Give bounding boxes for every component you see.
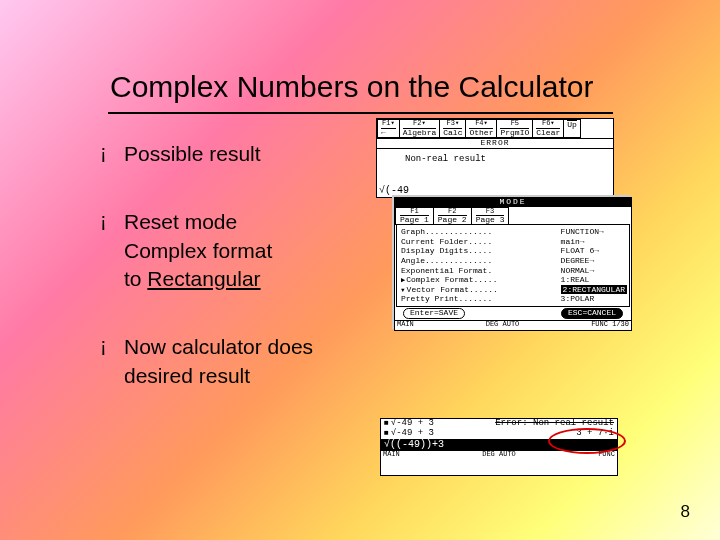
- bullet-marker-icon: ¡: [100, 333, 124, 357]
- error-message: Non-real result: [377, 149, 613, 169]
- calc-screenshot-error: F1▾← F2▾Algebra F3▾Calc F4▾Other F5PrgmI…: [376, 118, 614, 198]
- mode-body: Graph.............. Current Folder..... …: [396, 224, 630, 307]
- error-header: ERROR: [377, 138, 613, 149]
- bullet-text: Now calculator does desired result: [124, 333, 313, 390]
- title-underline: [108, 112, 613, 114]
- entry-preview: √(-49: [379, 185, 409, 196]
- bullet-list: ¡ Possible result ¡ Reset mode Complex f…: [100, 140, 380, 430]
- calc-screenshot-result: √-49 + 3 Error: Non-real result √-49 + 3…: [380, 418, 618, 476]
- slide-number: 8: [681, 502, 690, 522]
- slide-title: Complex Numbers on the Calculator: [110, 70, 660, 104]
- mode-title: MODE: [395, 198, 631, 207]
- calc-menu: F1▾← F2▾Algebra F3▾Calc F4▾Other F5PrgmI…: [377, 119, 613, 138]
- status-bar: MAIN DEG AUTO FUNC 1/30: [395, 320, 631, 329]
- bullet-marker-icon: ¡: [100, 140, 124, 164]
- calc-screenshot-mode: MODE F1Page 1 F2Page 2 F3Page 3 Graph...…: [394, 197, 632, 331]
- status-bar: MAIN DEG AUTO FUNC: [381, 450, 617, 459]
- history-row: √-49 + 3 3 + 7·i: [381, 429, 617, 439]
- entry-line: √((-49))+3: [381, 439, 617, 450]
- bullet-item: ¡ Reset mode Complex format to Rectangul…: [100, 208, 380, 293]
- enter-save-button: Enter=SAVE: [403, 308, 465, 319]
- bullet-item: ¡ Now calculator does desired result: [100, 333, 380, 390]
- complex-answer: 3 + 7·i: [576, 429, 614, 439]
- mode-page-tabs: F1Page 1 F2Page 2 F3Page 3: [395, 207, 631, 225]
- bullet-text: Possible result: [124, 140, 261, 168]
- slide: Complex Numbers on the Calculator ¡ Poss…: [0, 0, 720, 540]
- esc-cancel-button: ESC=CANCEL: [561, 308, 623, 319]
- selected-option: 2:RECTANGULAR: [561, 285, 627, 294]
- bullet-marker-icon: ¡: [100, 208, 124, 232]
- bullet-text: Reset mode Complex format to Rectangular: [124, 208, 272, 293]
- bullet-item: ¡ Possible result: [100, 140, 380, 168]
